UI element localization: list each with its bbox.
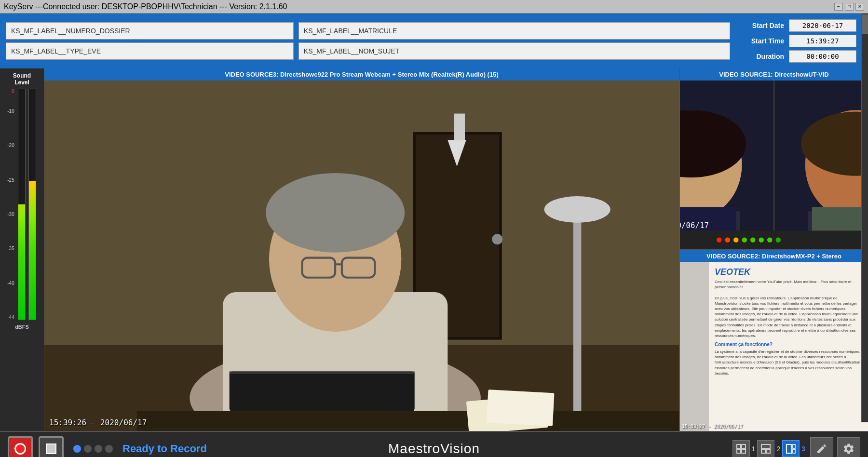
svg-point-21 — [544, 196, 610, 223]
duration-value: 00:00:00 — [789, 50, 856, 63]
settings-button[interactable] — [837, 437, 860, 457]
layout-3-icon — [786, 444, 796, 454]
right-fields — [298, 22, 730, 60]
video-source2-timestamp: 15:39:27 - 2020/06/17 — [682, 424, 743, 429]
veotek-document: VEOTEK Ceci est essentiellement votre Yo… — [680, 262, 868, 431]
svg-rect-54 — [761, 449, 765, 453]
dot-3 — [95, 445, 102, 453]
record-icon — [14, 443, 26, 455]
status-dots — [73, 445, 113, 453]
svg-point-41 — [725, 238, 731, 243]
start-time-label: Start Time — [741, 37, 784, 45]
svg-rect-55 — [766, 449, 770, 453]
meter-bar-left — [18, 89, 26, 320]
record-button[interactable] — [8, 436, 33, 457]
window-controls: − □ ✕ — [834, 3, 864, 11]
sound-level-panel: Sound Level 0 -10 -20 -25 -30 -35 -40 -4… — [0, 68, 44, 431]
svg-rect-19 — [230, 372, 415, 374]
dot-1 — [73, 445, 81, 453]
video-source1-svg: 15:39:26 - 2020/06/17 — [680, 81, 868, 249]
maximize-button[interactable]: □ — [845, 3, 854, 11]
video-source1-section: VIDEO SOURCE1: DirectshowUT-VID — [680, 68, 868, 250]
scrollbar[interactable] — [861, 13, 868, 422]
svg-rect-49 — [737, 444, 741, 448]
close-button[interactable]: ✕ — [855, 3, 864, 11]
grid-icon — [736, 444, 746, 454]
svg-point-45 — [759, 238, 764, 243]
layout-2-icon — [761, 444, 771, 454]
layout-3-button[interactable] — [782, 440, 800, 457]
video-source3-label: VIDEO SOURCE3: Directshowc922 Pro Stream… — [44, 68, 679, 81]
svg-rect-58 — [793, 449, 795, 453]
svg-point-44 — [750, 238, 756, 243]
main-video-svg — [44, 81, 679, 431]
svg-rect-57 — [793, 444, 795, 448]
bottom-toolbar: Ready to Record MaestroMaestroVisionVisi… — [0, 431, 868, 457]
right-panel: VIDEO SOURCE1: DirectshowUT-VID — [680, 68, 868, 431]
ready-to-record-text: Ready to Record — [122, 443, 207, 455]
start-date-row: Start Date 2020-06-17 — [741, 19, 856, 32]
left-fields — [6, 22, 294, 60]
svg-rect-6 — [454, 114, 465, 140]
bottom-right-controls: 1 2 3 — [732, 437, 860, 457]
svg-point-46 — [767, 238, 773, 243]
recording-info: Start Date 2020-06-17 Start Time 15:39:2… — [735, 17, 862, 65]
dbfs-label: dBFS — [15, 324, 29, 330]
matricule-field[interactable] — [298, 22, 730, 40]
layout-1-number: 1 — [751, 445, 757, 453]
dot-2 — [84, 445, 92, 453]
start-time-row: Start Time 15:39:27 — [741, 35, 856, 47]
sound-label: Sound Level — [13, 72, 31, 86]
svg-rect-20 — [573, 213, 581, 411]
veotek-title: VEOTEK — [715, 267, 862, 277]
title-bar: KeyServ ---Connected user: DESKTOP-PBOPH… — [0, 0, 868, 13]
gear-icon — [842, 443, 855, 455]
dossier-field[interactable] — [6, 22, 294, 40]
edit-icon — [816, 443, 827, 455]
veotek-body: Ceci est essentiellement votre YouTube p… — [715, 279, 862, 376]
svg-point-42 — [733, 238, 739, 243]
layout-2-button[interactable] — [757, 440, 774, 457]
scroll-thumb[interactable] — [862, 14, 868, 34]
top-panel: Start Date 2020-06-17 Start Time 15:39:2… — [0, 13, 868, 68]
video-source2-feed: VEOTEK Ceci est essentiellement votre Yo… — [680, 262, 868, 431]
start-time-value: 15:39:27 — [789, 35, 856, 47]
stop-button[interactable] — [39, 436, 64, 457]
layout-controls: 1 2 3 — [732, 440, 806, 457]
svg-rect-56 — [787, 444, 792, 453]
sound-scale: 0 -10 -20 -25 -30 -35 -40 -44 — [7, 89, 15, 320]
video-source2-section: VIDEO SOURCE2: DirectshowMX-P2 + Stereo … — [680, 250, 868, 431]
svg-rect-23 — [487, 390, 555, 426]
svg-point-5 — [492, 234, 502, 244]
svg-rect-17 — [137, 411, 679, 431]
type-eve-field[interactable] — [6, 42, 294, 60]
main-area: Sound Level 0 -10 -20 -25 -30 -35 -40 -4… — [0, 68, 868, 431]
svg-point-40 — [717, 238, 722, 243]
sound-meter: 0 -10 -20 -25 -30 -35 -40 -44 — [7, 89, 36, 320]
video-source1-feed: 15:39:26 - 2020/06/17 — [680, 81, 868, 249]
svg-point-11 — [266, 173, 405, 253]
svg-rect-53 — [761, 444, 770, 448]
duration-label: Duration — [741, 53, 784, 60]
title-bar-text: KeyServ ---Connected user: DESKTOP-PBOPH… — [4, 2, 287, 11]
brand-name: MaestroMaestroVisionVision — [388, 441, 480, 457]
svg-rect-50 — [742, 444, 746, 448]
grid-layout-button[interactable] — [732, 440, 750, 457]
start-date-value: 2020-06-17 — [789, 19, 856, 32]
layout-2-number: 2 — [775, 445, 781, 453]
edit-button[interactable] — [810, 437, 833, 457]
nom-sujet-field[interactable] — [298, 42, 730, 60]
start-date-label: Start Date — [741, 22, 784, 29]
svg-rect-37 — [680, 231, 868, 250]
main-video-timestamp: 15:39:26 — 2020/06/17 — [49, 418, 147, 427]
dot-4 — [105, 445, 113, 453]
svg-point-43 — [742, 238, 747, 243]
minimize-button[interactable]: − — [834, 3, 843, 11]
svg-rect-52 — [742, 449, 746, 453]
video-source1-label: VIDEO SOURCE1: DirectshowUT-VID — [680, 68, 868, 81]
meter-bar-right — [28, 89, 36, 320]
svg-rect-51 — [737, 449, 741, 453]
main-video-panel: VIDEO SOURCE3: Directshowc922 Pro Stream… — [44, 68, 680, 431]
svg-text:15:39:26 - 2020/06/17: 15:39:26 - 2020/06/17 — [680, 221, 709, 230]
svg-rect-18 — [230, 372, 415, 411]
